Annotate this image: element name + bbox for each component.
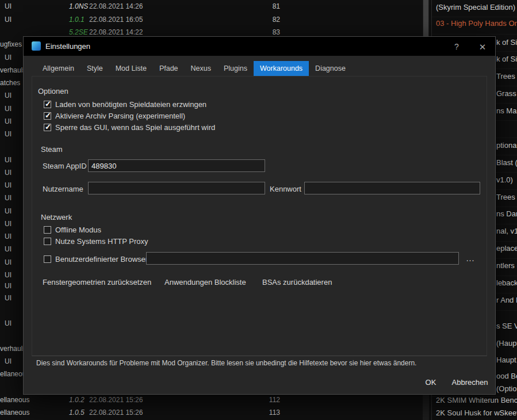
mod-name-fragment[interactable]: ntlers ( <box>496 261 517 270</box>
screen: UIUIugfixesUIverhaulsatchesUIUIUIUIUIUIU… <box>0 0 517 420</box>
checkbox-lock-gui-icon[interactable] <box>44 124 51 131</box>
checkbox-force-load-icon[interactable] <box>44 101 51 108</box>
reset-window-geometry-button[interactable]: Fenstergeometrien zurücksetzen <box>43 278 151 287</box>
mod-name-fragment[interactable]: ns Mai <box>496 106 517 115</box>
username-input[interactable] <box>88 182 265 194</box>
mod-name-fragment[interactable]: v1.0) <box>496 175 513 184</box>
cancel-button[interactable]: Abbrechen <box>446 376 493 388</box>
close-button[interactable]: ✕ <box>474 37 491 56</box>
mod-name-fragment[interactable]: eplacer <box>496 244 517 253</box>
checkbox-offline-icon[interactable] <box>44 226 51 234</box>
mod-name-fragment[interactable]: k of Sil <box>496 55 517 63</box>
checkbox-label: Laden von benötigten Spieldateien erzwin… <box>55 100 206 109</box>
mod-priority: 82 <box>247 16 280 24</box>
mod-priority: 81 <box>247 2 280 10</box>
mod-name-item[interactable]: 03 - High Poly Hands Only <box>436 19 517 28</box>
tab-nexus[interactable]: Nexus <box>185 61 217 76</box>
checkbox-custom-browser-icon[interactable] <box>44 255 51 263</box>
mod-name-fragment[interactable]: Haupt, <box>496 356 517 364</box>
browse-button[interactable]: ... <box>462 252 479 265</box>
checkbox-proxy-icon[interactable] <box>44 238 51 245</box>
mod-name-fragment[interactable]: ns Dark <box>496 209 517 218</box>
tab-diagnose[interactable]: Diagnose <box>309 61 352 76</box>
mod-name-fragment[interactable]: leback <box>496 278 517 287</box>
help-button[interactable]: ? <box>450 37 463 56</box>
group-label-steam: Steam <box>41 145 63 154</box>
group-label-optionen: Optionen <box>38 87 68 96</box>
checkbox-label: Benutzerdefinierter Browser <box>55 255 148 264</box>
tab-allgemein[interactable]: Allgemein <box>36 61 81 76</box>
mod-name-fragment[interactable]: Blast (H <box>496 158 517 167</box>
mod-name-fragment[interactable]: (Haupt <box>496 339 517 348</box>
mod-priority: 112 <box>247 396 280 404</box>
mod-name-fragment[interactable]: k of Sil <box>496 38 517 47</box>
checkbox-label: Nutze Systems HTTP Proxy <box>55 237 148 246</box>
ok-button[interactable]: OK <box>418 376 444 388</box>
mod-name-fragment[interactable]: nal, v1 <box>496 227 517 235</box>
settings-dialog: Einstellungen ? ✕ Allgemein Style Mod Li… <box>23 36 496 395</box>
tab-plugins[interactable]: Plugins <box>217 61 254 76</box>
mod-version: 1.0.1 <box>69 16 85 24</box>
mod-version: 1.0.2 <box>69 396 85 404</box>
password-label: Kennwort <box>270 185 301 193</box>
mod-name-fragment[interactable]: Trees S <box>496 72 517 81</box>
mod-list-row[interactable]: 1.0NS22.08.2021 14:2681 <box>0 2 431 13</box>
mod-name-fragment[interactable]: Grass ( <box>496 89 517 98</box>
steam-appid-input[interactable] <box>88 159 265 172</box>
checkbox-label: Aktiviere Archiv Parsing (experimentell) <box>55 112 185 121</box>
backdate-bsas-button[interactable]: BSAs zurückdatieren <box>262 278 332 287</box>
password-input[interactable] <box>304 182 480 194</box>
mod-name-fragment[interactable]: Trees S <box>496 193 517 201</box>
mod-name-item[interactable]: 2K Soul Husk for wSkeever <box>436 408 517 417</box>
mod-name-fragment[interactable]: s SE Ve <box>496 322 517 330</box>
mod-name-item[interactable]: 2K SMIM Whiterun Bench ( <box>436 396 517 404</box>
dialog-titlebar[interactable]: Einstellungen ? ✕ <box>24 37 495 56</box>
mod-name-fragment[interactable]: ood Bo <box>496 372 517 380</box>
group-label-netzwerk: Netzwerk <box>41 213 72 222</box>
mod-list-row[interactable]: 1.0.122.08.2021 16:0582 <box>0 16 431 26</box>
mod-date: 22.08.2021 15:26 <box>89 408 143 417</box>
application-blocklist-button[interactable]: Anwendungen Blockliste <box>164 278 246 287</box>
checkbox-archive-parsing-icon[interactable] <box>44 112 51 120</box>
mod-version: 1.0.5 <box>69 408 85 417</box>
mod-priority: 83 <box>247 28 280 36</box>
mo2-logo-icon <box>32 41 41 51</box>
custom-browser-input[interactable] <box>146 252 459 265</box>
checkbox-label: Offline Modus <box>55 226 101 235</box>
mod-list-row[interactable]: 1.0.522.08.2021 15:26113 <box>0 408 431 419</box>
mod-name-fragment[interactable]: (Optio <box>496 384 516 393</box>
workarounds-hint-text: Dies sind Workarounds für Probleme mit M… <box>36 359 416 367</box>
mod-date: 22.08.2021 14:22 <box>89 28 143 36</box>
dialog-title: Einstellungen <box>45 37 90 56</box>
mod-name-fragment[interactable]: ptiona <box>496 141 516 150</box>
mod-name-fragment[interactable]: r And N <box>496 296 517 304</box>
username-label: Nutzername <box>43 185 83 193</box>
checkbox-label: Sperre das GUI, wenn das Spiel ausgeführ… <box>55 123 215 132</box>
mod-name-item[interactable]: (Skyrim Special Edition) SSE <box>436 3 517 12</box>
tab-pfade[interactable]: Pfade <box>153 61 185 76</box>
mod-version: 1.0NS <box>69 2 88 10</box>
mod-version: 5.2SE <box>69 28 88 36</box>
mod-date: 22.08.2021 16:05 <box>89 16 143 24</box>
mod-date: 22.08.2021 14:26 <box>89 2 143 10</box>
mod-date: 22.08.2021 15:26 <box>89 396 143 404</box>
steam-appid-label: Steam AppID <box>43 162 87 170</box>
tab-workarounds[interactable]: Workarounds <box>254 61 309 76</box>
mod-priority: 113 <box>247 408 280 417</box>
tab-style[interactable]: Style <box>81 61 109 76</box>
settings-tabbar: Allgemein Style Mod Liste Pfade Nexus Pl… <box>36 61 352 76</box>
mod-list-row[interactable]: 1.0.222.08.2021 15:26112 <box>0 396 431 406</box>
tab-mod-liste[interactable]: Mod Liste <box>109 61 153 76</box>
